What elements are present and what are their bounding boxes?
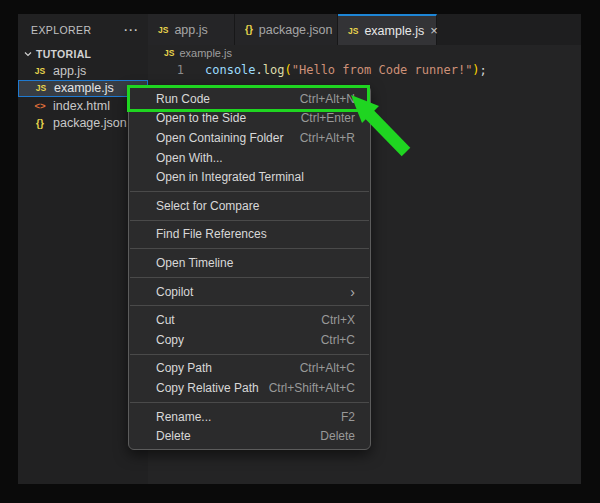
code-token: console <box>205 63 256 77</box>
menu-item-shortcut: Ctrl+Alt+C <box>300 361 355 375</box>
menu-item-shortcut: Delete <box>320 429 355 443</box>
menu-item-copy[interactable]: CopyCtrl+C <box>129 330 370 350</box>
menu-item-find-file-references[interactable]: Find File References <box>129 225 370 245</box>
tab-example-js[interactable]: JSexample.js× <box>338 14 437 45</box>
tab-label: app.js <box>174 23 207 37</box>
code-token: . <box>256 63 263 77</box>
file-name: app.js <box>53 64 86 78</box>
menu-item-label: Delete <box>156 429 191 443</box>
file-item-app-js[interactable]: JSapp.js <box>18 62 148 80</box>
menu-item-open-to-the-side[interactable]: Open to the SideCtrl+Enter <box>129 109 370 129</box>
menu-item-open-in-integrated-terminal[interactable]: Open in Integrated Terminal <box>129 167 370 187</box>
chevron-down-icon <box>23 49 33 59</box>
menu-item-open-containing-folder[interactable]: Open Containing FolderCtrl+Alt+R <box>129 128 370 148</box>
code-text: console.log("Hello from Code runner!"); <box>205 63 487 77</box>
menu-item-label: Open in Integrated Terminal <box>156 170 304 184</box>
menu-item-shortcut: F2 <box>341 410 355 424</box>
more-actions-icon[interactable]: ⋯ <box>123 25 138 35</box>
json-file-icon: {} <box>33 118 47 129</box>
menu-item-copy-relative-path[interactable]: Copy Relative PathCtrl+Shift+Alt+C <box>129 378 370 398</box>
explorer-title: EXPLORER <box>31 24 91 36</box>
menu-item-label: Rename... <box>156 410 211 424</box>
line-number: 1 <box>148 63 184 77</box>
menu-item-open-timeline[interactable]: Open Timeline <box>129 253 370 273</box>
js-file-icon: JS <box>348 26 358 36</box>
screenshot-stage: EXPLORER ⋯ TUTORIAL JSapp.jsJSexample.js… <box>0 0 600 503</box>
menu-item-label: Open With... <box>156 151 223 165</box>
submenu-chevron-icon: › <box>350 286 355 298</box>
menu-item-cut[interactable]: CutCtrl+X <box>129 310 370 330</box>
json-file-icon: {} <box>245 24 253 35</box>
menu-item-shortcut: Ctrl+Alt+R <box>300 131 355 145</box>
tab-app-js[interactable]: JSapp.js <box>148 14 235 45</box>
menu-item-rename[interactable]: Rename...F2 <box>129 407 370 427</box>
code-token: "Hello from Code runner!" <box>292 63 473 77</box>
menu-item-shortcut: Ctrl+Enter <box>301 111 355 125</box>
menu-item-label: Select for Compare <box>156 199 259 213</box>
file-name: example.js <box>54 81 114 95</box>
breadcrumb[interactable]: JS example.js <box>148 45 581 61</box>
file-name: package.json <box>53 116 127 130</box>
menu-item-label: Find File References <box>156 227 267 241</box>
menu-item-label: Open to the Side <box>156 111 246 125</box>
menu-item-label: Copy Relative Path <box>156 381 259 395</box>
menu-item-shortcut: Ctrl+C <box>321 333 355 347</box>
menu-separator <box>130 402 369 403</box>
breadcrumb-file-label: example.js <box>179 47 232 59</box>
menu-item-copy-path[interactable]: Copy PathCtrl+Alt+C <box>129 359 370 379</box>
menu-item-label: Copy Path <box>156 361 212 375</box>
menu-item-label: Run Code <box>156 92 210 106</box>
menu-item-shortcut: Ctrl+Shift+Alt+C <box>269 381 355 395</box>
menu-item-label: Copilot <box>156 285 193 299</box>
file-name: index.html <box>53 99 110 113</box>
menu-separator <box>130 277 369 278</box>
tab-bar: JSapp.js{}package.jsonJSexample.js× <box>148 14 581 45</box>
menu-separator <box>130 354 369 355</box>
code-token: log <box>263 63 285 77</box>
js-file-icon: JS <box>33 66 47 76</box>
explorer-header: EXPLORER ⋯ <box>18 14 148 46</box>
close-icon[interactable]: × <box>430 24 438 37</box>
menu-separator <box>130 248 369 249</box>
menu-item-run-code[interactable]: Run CodeCtrl+Alt+N <box>129 89 370 109</box>
menu-item-label: Open Containing Folder <box>156 131 283 145</box>
menu-item-open-with[interactable]: Open With... <box>129 148 370 168</box>
code-token: ; <box>480 63 487 77</box>
folder-tutorial[interactable]: TUTORIAL <box>18 46 148 62</box>
js-file-icon: JS <box>34 83 48 93</box>
js-file-icon: JS <box>158 25 168 35</box>
menu-item-select-for-compare[interactable]: Select for Compare <box>129 196 370 216</box>
menu-separator <box>130 220 369 221</box>
menu-item-delete[interactable]: DeleteDelete <box>129 426 370 446</box>
menu-item-label: Cut <box>156 313 175 327</box>
code-line-1[interactable]: 1 console.log("Hello from Code runner!")… <box>148 61 581 79</box>
html-file-icon: <> <box>33 100 47 111</box>
menu-separator <box>130 305 369 306</box>
code-token: ( <box>285 63 292 77</box>
tab-package-json[interactable]: {}package.json <box>235 14 338 45</box>
menu-item-copilot[interactable]: Copilot› <box>129 282 370 302</box>
tab-label: package.json <box>259 23 333 37</box>
menu-separator <box>130 191 369 192</box>
menu-item-shortcut: Ctrl+X <box>321 313 355 327</box>
menu-item-shortcut: Ctrl+Alt+N <box>300 92 355 106</box>
context-menu: Run CodeCtrl+Alt+NOpen to the SideCtrl+E… <box>128 85 371 450</box>
code-token: ) <box>472 63 479 77</box>
js-file-icon: JS <box>164 48 174 58</box>
tab-label: example.js <box>364 24 424 38</box>
menu-item-label: Copy <box>156 333 184 347</box>
folder-label: TUTORIAL <box>36 48 91 60</box>
menu-item-label: Open Timeline <box>156 256 233 270</box>
